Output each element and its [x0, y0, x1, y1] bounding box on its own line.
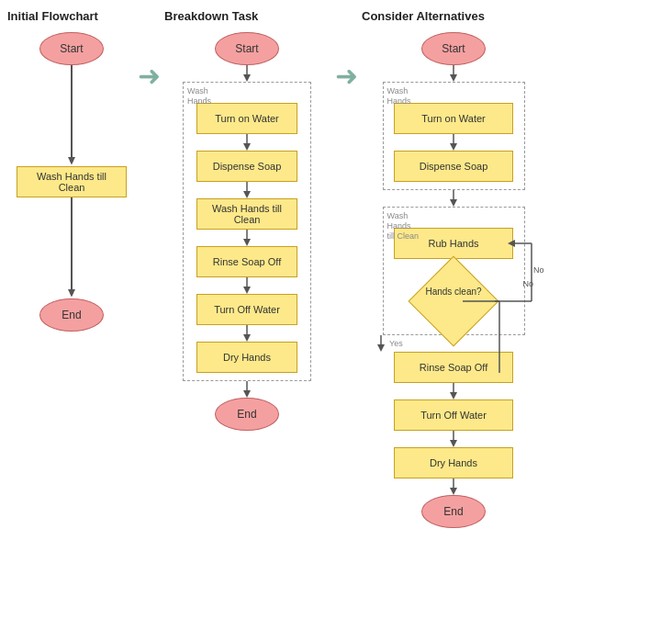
col3-step1: Turn on Water: [394, 103, 513, 134]
col3-step6: Dry Hands: [394, 447, 513, 478]
loop-arrow-svg: [463, 295, 509, 377]
col3-step2: Dispense Soap: [394, 151, 513, 182]
col3-start: Start: [421, 32, 486, 65]
col2-step3: Wash Hands till Clean: [196, 198, 297, 230]
no-label: No: [522, 279, 533, 288]
svg-marker-13: [243, 287, 251, 294]
svg-marker-17: [243, 390, 251, 398]
svg-marker-15: [243, 334, 251, 342]
col1-start: Start: [39, 32, 104, 65]
col2-step1: Turn on Water: [196, 103, 297, 134]
svg-marker-35: [450, 488, 457, 495]
svg-marker-21: [450, 143, 457, 151]
col2-end: End: [215, 398, 279, 431]
col2: Breakdown Task Start WashHands Turn on W…: [164, 9, 330, 431]
col2-start: Start: [215, 32, 279, 65]
col3-group2: WashHandstill Clean Rub Hands Hands clea…: [383, 207, 525, 335]
col3: Consider Alternatives Start WashHands Tu…: [362, 9, 545, 528]
svg-marker-31: [450, 392, 457, 399]
col1: Initial Flowchart Start Wash Hands till …: [7, 9, 136, 332]
svg-marker-33: [450, 440, 457, 447]
svg-marker-19: [450, 74, 457, 82]
svg-marker-29: [377, 344, 385, 352]
svg-marker-23: [450, 199, 457, 207]
svg-marker-7: [243, 143, 251, 151]
col3-group2-label: WashHandstill Clean: [387, 211, 420, 241]
arrow-col2-col3: ➜: [333, 60, 360, 92]
yes-container: Yes: [375, 335, 403, 352]
col2-title: Breakdown Task: [164, 9, 330, 23]
col1-end: End: [39, 298, 104, 332]
col2-step6: Dry Hands: [196, 342, 297, 373]
col3-title: Consider Alternatives: [362, 9, 545, 23]
svg-marker-9: [243, 191, 251, 198]
svg-marker-3: [68, 289, 75, 297]
col1-title: Initial Flowchart: [7, 9, 136, 23]
col3-end: End: [421, 495, 486, 528]
col2-group-label: WashHands: [187, 86, 211, 107]
col2-step4: Rinse Soap Off: [196, 246, 297, 277]
arrow-col1-col2: ➜: [136, 60, 162, 92]
col3-step5: Turn Off Water: [394, 399, 513, 431]
col2-step2: Dispense Soap: [196, 151, 297, 182]
col3-diamond-container: Hands clean? No: [412, 276, 495, 327]
col2-group: WashHands Turn on Water Dispense Soap Wa…: [183, 82, 311, 381]
svg-marker-11: [243, 239, 251, 246]
col3-group1: WashHands Turn on Water Dispense Soap: [383, 82, 525, 190]
svg-marker-5: [243, 74, 251, 82]
col2-step5: Turn Off Water: [196, 294, 297, 325]
svg-marker-1: [68, 157, 75, 164]
col3-group1-label: WashHands: [387, 86, 411, 107]
col1-wash-hands: Wash Hands till Clean: [17, 166, 127, 197]
yes-label: Yes: [389, 339, 403, 348]
page: Initial Flowchart Start Wash Hands till …: [0, 0, 672, 537]
